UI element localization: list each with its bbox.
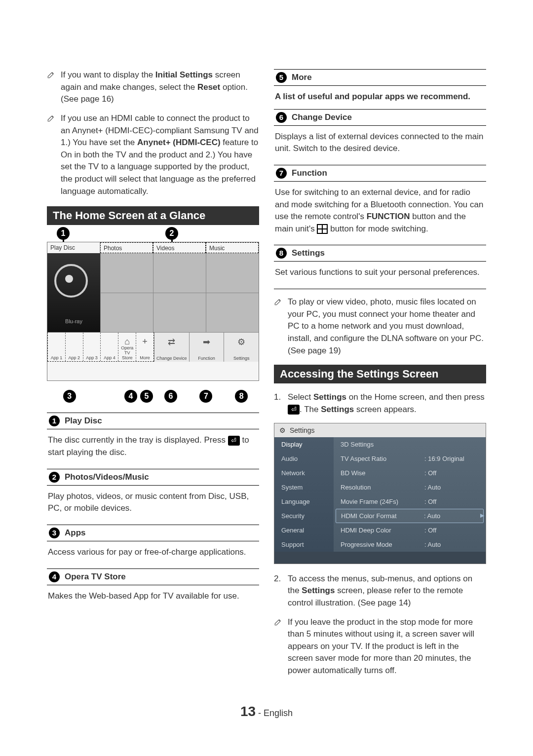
- page-footer: 13 - English: [47, 704, 486, 719]
- home-screen-illustration: Play Disc Photos Videos Music Blu-ray: [47, 242, 259, 381]
- def-settings: 8Settings Set various functions to suit …: [274, 245, 486, 286]
- pen-icon: [47, 113, 59, 197]
- enter-icon: ⏎: [228, 436, 240, 446]
- step-1: 1. Select Settings on the Home screen, a…: [274, 391, 486, 416]
- enter-icon: ⏎: [288, 405, 300, 415]
- marker-3: 3: [63, 390, 76, 403]
- def-apps: 3Apps Access various for pay or free-of-…: [47, 525, 259, 566]
- def-more: 5More A list of useful and popular apps …: [274, 69, 486, 106]
- def-play-disc: 1Play Disc The disc currently in the tra…: [47, 413, 259, 465]
- marker-2: 2: [165, 227, 178, 240]
- def-change-device: 6Change Device Displays a list of extern…: [274, 109, 486, 162]
- marker-4: 4: [124, 390, 137, 403]
- marker-1: 1: [57, 227, 70, 240]
- note-screensaver: If you leave the product in the stop mod…: [274, 616, 486, 677]
- def-function: 7Function Use for switching to an extern…: [274, 165, 486, 242]
- section-home-screen: The Home Screen at a Glance: [47, 206, 259, 225]
- def-media: 2Photos/Videos/Music Play photos, videos…: [47, 469, 259, 522]
- marker-8: 8: [235, 390, 248, 403]
- marker-5: 5: [140, 390, 153, 403]
- def-opera: 4Opera TV Store Makes the Web-based App …: [47, 568, 259, 609]
- note-hdmi-anynet: If you use an HDMI cable to connect the …: [47, 113, 259, 197]
- marker-6: 6: [164, 390, 177, 403]
- marker-7: 7: [199, 390, 212, 403]
- step-2: 2. To access the menus, sub-menus, and o…: [274, 573, 486, 609]
- note-initial-settings: If you want to display the Initial Setti…: [47, 69, 259, 106]
- note-dlna: To play or view video, photo, music file…: [274, 296, 486, 357]
- section-accessing-settings: Accessing the Settings Screen: [274, 365, 486, 383]
- settings-list: 3D Settings TV Aspect Ratio: 16:9 Origin…: [334, 437, 486, 552]
- pen-icon: [47, 69, 59, 106]
- settings-menu: Display Audio Network System Language Se…: [274, 437, 334, 552]
- pen-icon: [274, 296, 286, 357]
- function-button-icon: [317, 224, 328, 234]
- pen-icon: [274, 616, 286, 677]
- gear-icon: ⚙: [279, 426, 286, 434]
- settings-screenshot: ⚙ Settings Display Audio Network System …: [274, 423, 486, 564]
